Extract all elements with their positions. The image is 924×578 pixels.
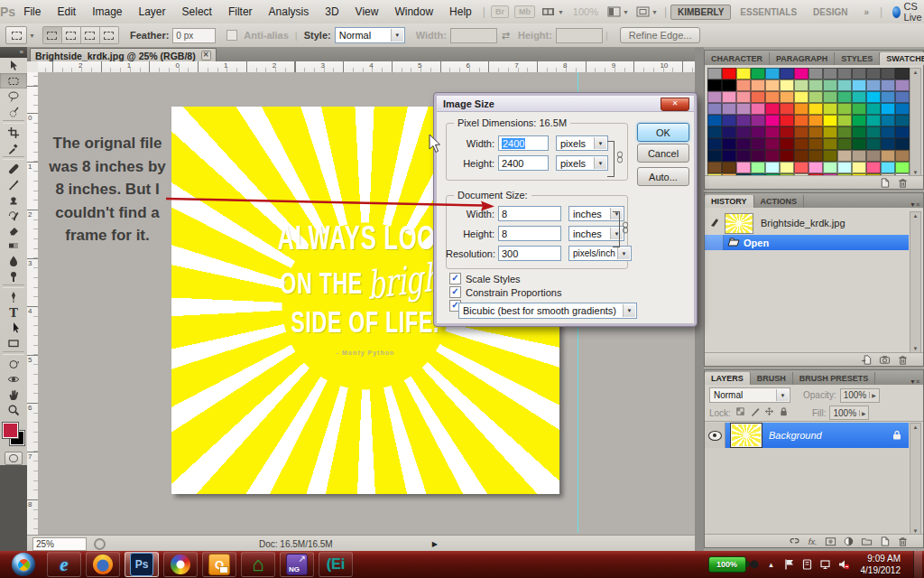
swatch[interactable] [866, 126, 881, 138]
resolution-input[interactable]: 300 [498, 246, 561, 261]
swatch[interactable] [722, 126, 736, 138]
workspace-essentials[interactable]: ESSENTIALS [733, 5, 804, 20]
swatch[interactable] [852, 115, 866, 126]
hand-tool[interactable] [0, 387, 27, 402]
swatch[interactable] [866, 138, 881, 150]
swatch[interactable] [722, 91, 736, 103]
swatch[interactable] [794, 103, 808, 115]
swatch[interactable] [722, 115, 736, 126]
swatch[interactable] [808, 68, 823, 79]
scroll-up-icon[interactable]: ▲ [910, 213, 920, 219]
history-source-well[interactable] [705, 235, 724, 250]
swatch[interactable] [751, 150, 765, 162]
swatch[interactable] [751, 138, 765, 150]
swatch[interactable] [852, 103, 866, 115]
swatch[interactable] [780, 115, 794, 126]
checkbox-scale-styles[interactable]: ✓Scale Styles [449, 273, 521, 284]
swatch[interactable] [852, 79, 866, 91]
trash-icon[interactable] [897, 536, 909, 547]
menu-3d[interactable]: 3D [317, 1, 346, 23]
height-input[interactable] [556, 28, 603, 43]
panel-menu-icon[interactable]: ▼≡ [906, 201, 923, 208]
swatch[interactable] [881, 150, 895, 162]
swatch[interactable] [837, 126, 852, 138]
dialog-title-bar[interactable]: Image Size [437, 96, 694, 112]
swatch[interactable] [794, 126, 808, 138]
lasso-tool[interactable] [0, 89, 27, 104]
swatch[interactable] [751, 68, 765, 79]
path-selection-tool[interactable] [0, 320, 27, 335]
tab-brush-presets[interactable]: BRUSH PRESETS [793, 372, 876, 385]
screen-mode-button[interactable]: ▼ [636, 6, 658, 17]
flag-icon[interactable] [783, 558, 796, 571]
quick-mask-button[interactable] [5, 452, 23, 465]
swatch[interactable] [866, 103, 881, 115]
swatch[interactable] [765, 91, 780, 103]
opacity-input[interactable]: 100%▶ [840, 388, 880, 403]
subtract-selection-button[interactable] [81, 26, 100, 44]
layer-row-background[interactable]: Background [705, 423, 909, 448]
lock-all-icon[interactable] [779, 405, 789, 421]
orbit-3d-tool[interactable] [0, 371, 27, 387]
tab-paragraph[interactable]: PARAGRAPH [770, 52, 835, 65]
swatch[interactable] [823, 162, 837, 173]
swatch[interactable] [895, 150, 910, 162]
tool-preset-picker[interactable] [5, 26, 27, 44]
new-doc-from-state-icon[interactable] [861, 354, 873, 366]
tab-styles[interactable]: STYLES [835, 52, 880, 65]
document-tab[interactable]: Brightside_krdk.jpg @ 25% (RGB/8) ✕ [30, 48, 217, 62]
taskbar-start-orb[interactable] [5, 552, 42, 577]
swatch[interactable] [722, 138, 736, 150]
tab-layers[interactable]: LAYERS [705, 372, 751, 385]
swatch[interactable] [823, 150, 837, 162]
swatch[interactable] [780, 68, 794, 79]
panel-menu-icon[interactable]: ▼≡ [906, 378, 923, 385]
scroll-up-icon[interactable]: ▲ [910, 70, 920, 75]
swatch[interactable] [881, 103, 895, 115]
fill-input[interactable]: 100%▶ [829, 406, 869, 420]
menu-select[interactable]: Select [174, 1, 220, 23]
menu-file[interactable]: File [15, 1, 49, 23]
menu-layer[interactable]: Layer [131, 1, 174, 23]
swatch[interactable] [837, 150, 852, 162]
style-select[interactable]: Normal ▼ [335, 27, 405, 43]
swatch[interactable] [780, 138, 794, 150]
cancel-button[interactable]: Cancel [637, 144, 689, 163]
fx-icon[interactable]: fx. [807, 536, 818, 547]
new-swatch-icon[interactable] [879, 177, 891, 189]
swatch[interactable] [751, 91, 765, 103]
swatch[interactable] [837, 91, 852, 103]
volume-muted-icon[interactable] [837, 558, 850, 571]
battery-indicator[interactable]: 100% [708, 556, 760, 573]
foreground-color-swatch[interactable] [3, 423, 18, 438]
pixel-height-input[interactable]: 2400 [498, 155, 549, 171]
swatch[interactable] [765, 79, 780, 91]
swatch[interactable] [722, 103, 736, 115]
swatch[interactable] [722, 79, 736, 91]
swatch[interactable] [707, 91, 722, 103]
taskbar-internet-explorer[interactable]: e [47, 552, 81, 577]
swatch[interactable] [707, 68, 722, 79]
history-step-open[interactable]: Open [705, 235, 909, 250]
tab-history[interactable]: HISTORY [705, 195, 754, 208]
swatch[interactable] [751, 79, 765, 91]
swatch[interactable] [780, 79, 794, 91]
intersect-selection-button[interactable] [100, 26, 119, 44]
swatch[interactable] [794, 138, 808, 150]
swatch[interactable] [866, 150, 881, 162]
swatch[interactable] [736, 138, 751, 150]
new-selection-button[interactable] [42, 26, 62, 44]
swatch[interactable] [722, 162, 736, 173]
zoom-tool[interactable] [0, 402, 27, 417]
swatch[interactable] [751, 162, 765, 173]
taskbar-ei-logo[interactable]: (Ei [319, 552, 353, 577]
brush-tool[interactable] [0, 176, 27, 191]
swap-dimensions-icon[interactable]: ⇄ [502, 30, 510, 42]
eraser-tool[interactable] [0, 222, 27, 238]
lock-transparent-icon[interactable] [735, 405, 745, 421]
crop-tool[interactable] [0, 125, 27, 140]
blur-tool[interactable] [0, 253, 27, 268]
swatch[interactable] [837, 162, 852, 173]
scroll-up-icon[interactable]: ▲ [910, 424, 920, 430]
auto-button[interactable]: Auto... [637, 167, 689, 186]
